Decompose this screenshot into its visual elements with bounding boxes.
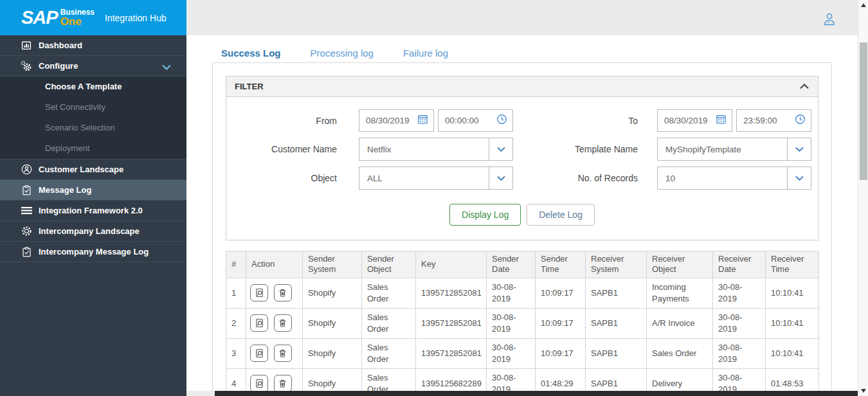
sidebar-item-label: Intercompany Landscape	[39, 226, 140, 236]
delete-row-button[interactable]	[274, 345, 292, 362]
records-label: No. of Records	[513, 173, 638, 183]
chevron-up-icon	[800, 84, 809, 89]
document-search-icon	[255, 288, 264, 298]
vertical-scrollbar[interactable]	[858, 0, 868, 396]
filter-row-names: Customer Name Netflix Template Name MySh…	[226, 138, 818, 161]
sidebar-subitem-scenario-selection[interactable]: Scenario Selection	[0, 118, 186, 138]
clock-icon[interactable]	[496, 114, 507, 127]
row-number-cell: 1	[226, 278, 246, 308]
to-time-field[interactable]	[736, 109, 811, 132]
view-log-button[interactable]	[250, 284, 268, 302]
to-date-input[interactable]	[664, 116, 716, 125]
gears-icon	[20, 60, 33, 72]
delete-row-button[interactable]	[274, 284, 292, 302]
from-date-input[interactable]	[366, 116, 417, 125]
chevron-down-icon[interactable]	[489, 167, 512, 189]
sidebar-item-label: Intercompany Message Log	[39, 247, 149, 256]
column-header: Action	[246, 251, 303, 278]
key-cell: 1395712852081	[416, 338, 487, 368]
sidebar-item-label: Configure	[39, 61, 78, 71]
scroll-up-arrow-icon[interactable]	[861, 3, 866, 7]
sidebar-subitem-choose-a-template[interactable]: Choose A Template	[0, 76, 186, 97]
product-title: Integration Hub	[105, 13, 167, 23]
customer-name-select[interactable]: Netflix	[359, 138, 513, 161]
customer-name-label: Customer Name	[226, 144, 337, 154]
sidebar: SAP Business One Integration Hub Dashboa…	[0, 0, 186, 396]
receiver-date-cell: 30-08-2019	[713, 338, 766, 368]
menu-lines-icon	[20, 206, 33, 215]
action-cell	[246, 338, 303, 368]
trash-icon	[278, 379, 287, 388]
sidebar-item-label: Customer Landscape	[39, 165, 123, 174]
calendar-icon[interactable]	[716, 114, 727, 127]
app-logo: SAP Business One Integration Hub	[0, 0, 186, 35]
receiver-object-cell: A/R Invoice	[647, 308, 713, 338]
sidebar-item-message-log[interactable]: Message Log	[0, 180, 186, 201]
horizontal-scrollbar[interactable]	[186, 391, 858, 396]
sidebar-item-intercompany-message-log[interactable]: Intercompany Message Log	[0, 242, 186, 262]
dashboard-icon	[20, 40, 33, 51]
sidebar-item-dashboard[interactable]: Dashboard	[0, 35, 186, 56]
vertical-scrollbar-thumb[interactable]	[860, 42, 867, 180]
filter-actions: Display Log Delete Log	[226, 204, 818, 226]
sidebar-item-customer-landscape[interactable]: Customer Landscape	[0, 159, 186, 180]
action-cell	[246, 278, 303, 308]
chevron-down-icon	[162, 62, 171, 72]
records-select[interactable]: 10	[657, 166, 811, 190]
sidebar-subitem-deployment[interactable]: Deployment	[0, 138, 186, 159]
trash-icon	[278, 318, 287, 328]
document-search-icon	[255, 318, 264, 328]
delete-row-button[interactable]	[274, 314, 292, 332]
to-fields	[657, 109, 811, 132]
user-icon[interactable]	[822, 12, 837, 27]
main-area: Success Log Processing log Failure log F…	[186, 0, 858, 396]
receiver-time-cell: 10:10:41	[766, 338, 819, 368]
log-table-body: 1 Shopify Sales Ord	[226, 278, 819, 396]
view-log-button[interactable]	[250, 314, 268, 332]
receiver-time-cell: 10:10:41	[766, 278, 819, 308]
template-name-label: Template Name	[513, 144, 638, 154]
chevron-down-icon[interactable]	[787, 167, 811, 189]
to-label: To	[513, 116, 638, 126]
clipboard-check-icon	[20, 247, 33, 257]
table-row: 1 Shopify Sales Ord	[226, 278, 819, 308]
sender-date-cell: 30-08-2019	[487, 308, 536, 338]
to-date-field[interactable]	[657, 109, 732, 132]
view-log-button[interactable]	[250, 375, 268, 392]
calendar-icon[interactable]	[417, 114, 428, 127]
from-time-input[interactable]	[445, 116, 496, 125]
template-name-select[interactable]: MyShopifyTemplate	[657, 138, 811, 161]
collapse-filter-button[interactable]	[800, 84, 809, 89]
receiver-object-cell: Sales Order	[647, 338, 713, 368]
sidebar-item-integration-framework[interactable]: Integration Framework 2.0	[0, 201, 186, 221]
clock-icon[interactable]	[795, 114, 806, 127]
clipboard-check-icon	[20, 185, 33, 195]
sidebar-item-intercompany-landscape[interactable]: Intercompany Landscape	[0, 221, 186, 242]
chevron-down-icon[interactable]	[787, 138, 811, 160]
horizontal-scrollbar-thumb[interactable]	[215, 391, 858, 396]
object-select[interactable]: ALL	[359, 166, 513, 190]
delete-row-button[interactable]	[274, 375, 292, 392]
from-date-field[interactable]	[359, 109, 434, 132]
sidebar-subitem-set-connectivity[interactable]: Set Connectivity	[0, 97, 186, 118]
gear-icon	[20, 226, 33, 237]
table-row: 3 Shopify Sales Ord	[226, 338, 819, 368]
person-circle-icon	[20, 164, 33, 175]
filter-header: FILTER	[226, 76, 818, 97]
to-time-input[interactable]	[743, 116, 795, 125]
from-time-field[interactable]	[438, 109, 513, 132]
chevron-down-icon[interactable]	[489, 138, 512, 160]
receiver-system-cell: SAPB1	[586, 308, 647, 338]
sidebar-item-label: Integration Framework 2.0	[39, 206, 143, 215]
view-log-button[interactable]	[250, 345, 268, 362]
scroll-down-arrow-icon[interactable]	[861, 389, 866, 393]
message-log-table: # Action Sender System Sender Object Key…	[226, 251, 819, 396]
business-one-logo-text: Business One	[60, 8, 95, 28]
sidebar-item-configure[interactable]: Configure	[0, 56, 186, 76]
delete-log-button[interactable]: Delete Log	[527, 204, 595, 226]
display-log-button[interactable]: Display Log	[449, 204, 521, 226]
sender-time-cell: 10:09:17	[536, 308, 586, 338]
row-number-cell: 3	[226, 338, 246, 368]
sender-object-cell: Sales Order	[362, 338, 416, 368]
from-label: From	[226, 116, 337, 126]
